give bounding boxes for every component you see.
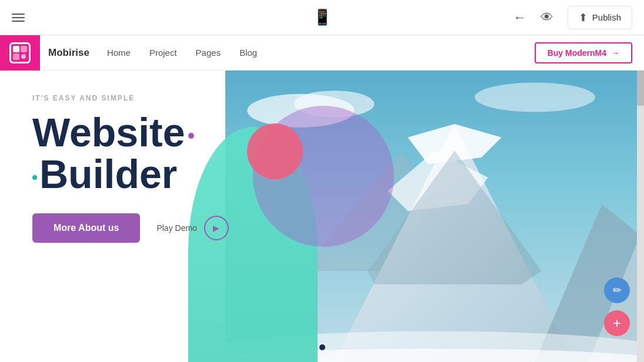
hero-title: Website Builder (32, 112, 229, 196)
hero-content: IT'S EASY AND SIMPLE Website Builder Mor… (32, 94, 229, 243)
preview-icon[interactable]: 👁 (540, 10, 553, 25)
scrollbar[interactable] (637, 71, 644, 362)
edit-fab-button[interactable]: ✏ (604, 277, 630, 303)
nav-link-pages[interactable]: Pages (196, 48, 221, 58)
toolbar-right: ← 👁 ⬆ Publish (513, 6, 632, 29)
svg-rect-1 (21, 46, 27, 52)
pencil-icon: ✏ (613, 284, 622, 297)
hero-title-line2: Builder (32, 153, 229, 195)
nav-links: Home Project Pages Blog (107, 48, 257, 58)
play-circle-icon: ▶ (204, 216, 229, 240)
play-demo-label: Play Demo (156, 223, 196, 233)
svg-point-7 (475, 82, 595, 112)
phone-icon[interactable]: 📱 (313, 8, 332, 26)
hero-title-line1: Website (32, 112, 229, 153)
publish-button[interactable]: ⬆ Publish (568, 6, 632, 29)
hamburger-icon[interactable] (12, 14, 25, 22)
content-area: IT'S EASY AND SIMPLE Website Builder Mor… (0, 71, 644, 362)
publish-label: Publish (592, 12, 621, 22)
nav-link-project[interactable]: Project (149, 48, 177, 58)
cta-arrow-icon: → (611, 48, 619, 58)
undo-icon[interactable]: ← (513, 10, 526, 25)
more-about-button[interactable]: More About us (32, 213, 140, 243)
plus-icon: + (613, 315, 621, 331)
svg-point-3 (21, 54, 26, 59)
navbar: Mobirise Home Project Pages Blog Buy Mod… (0, 35, 644, 71)
hero-buttons: More About us Play Demo ▶ (32, 213, 229, 243)
purple-dot-decoration (188, 133, 194, 139)
toolbar: 📱 ← 👁 ⬆ Publish (0, 0, 644, 35)
toolbar-center: 📱 (313, 8, 332, 26)
logo-icon (9, 42, 31, 63)
hero-section: IT'S EASY AND SIMPLE Website Builder Mor… (0, 71, 644, 362)
carousel-dot-indicator[interactable] (319, 344, 325, 350)
nav-logo[interactable] (0, 35, 40, 71)
scrollbar-thumb[interactable] (637, 71, 644, 106)
buy-cta-button[interactable]: Buy ModernM4 → (535, 42, 632, 63)
hero-subtitle: IT'S EASY AND SIMPLE (32, 94, 229, 102)
svg-rect-0 (13, 46, 19, 52)
pink-circle-decoration (247, 123, 303, 179)
toolbar-left (12, 14, 25, 22)
nav-brand: Mobirise (48, 47, 89, 59)
buy-cta-label: Buy ModernM4 (548, 48, 606, 58)
add-fab-button[interactable]: + (604, 310, 630, 336)
play-demo-button[interactable]: Play Demo ▶ (156, 216, 228, 240)
svg-rect-2 (13, 53, 19, 60)
teal-dot-decoration (32, 175, 37, 180)
cloud-upload-icon: ⬆ (579, 11, 588, 24)
nav-link-blog[interactable]: Blog (239, 48, 257, 58)
nav-link-home[interactable]: Home (107, 48, 131, 58)
